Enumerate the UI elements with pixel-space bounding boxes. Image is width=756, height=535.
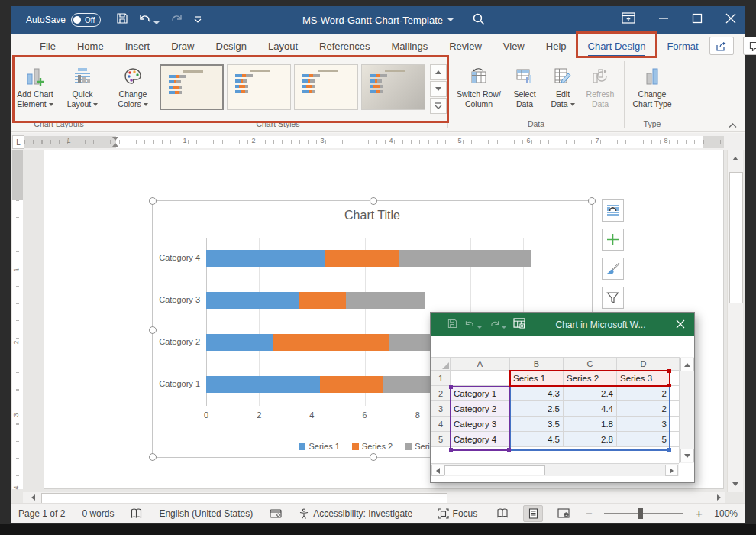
cell[interactable]: 2.8	[564, 432, 617, 447]
cell-stub[interactable]	[670, 386, 680, 401]
cell[interactable]: 2.4	[564, 386, 617, 401]
cell-stub[interactable]	[670, 417, 680, 432]
web-layout-button[interactable]	[554, 505, 573, 522]
row-header-3[interactable]: 3	[431, 401, 451, 417]
cell[interactable]: Series 3	[617, 371, 670, 386]
bar-category-4[interactable]	[206, 250, 531, 267]
scroll-left-button[interactable]	[431, 465, 444, 476]
column-header-c[interactable]: C	[564, 358, 617, 371]
excel-title-bar[interactable]: Chart in Microsoft W...	[431, 313, 694, 336]
resize-handle[interactable]	[149, 453, 157, 461]
chart-elements-button[interactable]	[602, 229, 624, 251]
tab-stop-selector[interactable]: L	[12, 135, 24, 149]
select-data-button[interactable]: Select Data	[505, 62, 544, 109]
print-layout-button[interactable]	[523, 505, 543, 522]
cell[interactable]: 1.8	[564, 417, 617, 432]
cell[interactable]: 2.5	[510, 401, 564, 417]
word-count[interactable]: 0 words	[82, 508, 114, 519]
autosave-toggle[interactable]: AutoSave Off	[26, 13, 101, 27]
cell[interactable]: Series 1	[510, 371, 564, 386]
document-title[interactable]: MS-Word-Gantt-Chart-Template	[302, 15, 443, 26]
excel-vertical-scrollbar[interactable]	[679, 357, 694, 463]
chart-filters-button[interactable]	[602, 287, 624, 309]
bar-category-3[interactable]	[206, 292, 425, 309]
scrollbar-thumb[interactable]	[444, 465, 545, 475]
focus-button[interactable]: Focus	[438, 508, 478, 519]
cell[interactable]: Category 1	[451, 386, 510, 401]
tab-insert[interactable]: Insert	[115, 35, 161, 57]
document-horizontal-scrollbar[interactable]	[23, 492, 725, 503]
accessibility-status[interactable]: Accessibility: Investigate	[299, 508, 412, 519]
cell-stub[interactable]	[670, 401, 680, 417]
excel-horizontal-scrollbar[interactable]	[431, 463, 679, 476]
tab-references[interactable]: References	[309, 35, 380, 57]
zoom-out-button[interactable]: −	[584, 507, 593, 520]
edit-in-excel-icon[interactable]	[513, 318, 525, 332]
column-header-d[interactable]: D	[617, 358, 670, 371]
proofing-icon[interactable]	[131, 508, 142, 519]
cell[interactable]: 3	[617, 417, 670, 432]
layout-options-button[interactable]	[602, 199, 624, 222]
chart-styles-button[interactable]	[602, 258, 624, 280]
row-header-2[interactable]: 2	[431, 386, 451, 401]
quick-layout-button[interactable]: Quick Layout	[60, 62, 105, 109]
collapse-ribbon-icon[interactable]	[725, 120, 739, 131]
gallery-scroll-down-button[interactable]	[430, 81, 447, 97]
tab-review[interactable]: Review	[438, 35, 493, 57]
chart-style-thumbnail[interactable]	[294, 64, 358, 110]
chart-title[interactable]: Chart Title	[153, 209, 592, 222]
row-header-5[interactable]: 5	[431, 432, 451, 447]
title-dropdown-icon[interactable]	[447, 18, 454, 21]
scroll-left-button[interactable]	[27, 493, 38, 502]
change-colors-button[interactable]: Change Colors	[111, 62, 155, 109]
tab-file[interactable]: File	[29, 35, 66, 57]
row-header-4[interactable]: 4	[431, 417, 451, 432]
tab-draw[interactable]: Draw	[160, 35, 205, 57]
select-all-corner[interactable]	[431, 358, 451, 371]
search-icon[interactable]	[472, 12, 486, 29]
tab-chart-design[interactable]: Chart Design	[577, 35, 657, 57]
vertical-ruler[interactable]: 1234	[12, 150, 23, 489]
column-header-b[interactable]: B	[510, 358, 564, 371]
cell-stub[interactable]	[670, 371, 680, 386]
zoom-level[interactable]: 100%	[714, 508, 738, 519]
add-chart-element-button[interactable]: Add Chart Element	[13, 62, 57, 109]
column-header-a[interactable]: A	[451, 358, 510, 371]
change-chart-type-button[interactable]: Change Chart Type	[628, 62, 676, 109]
tab-design[interactable]: Design	[205, 35, 257, 57]
tab-layout[interactable]: Layout	[257, 35, 309, 57]
range-handle[interactable]	[507, 448, 511, 452]
tab-help[interactable]: Help	[535, 35, 577, 57]
bar-category-1[interactable]	[206, 376, 436, 393]
chart-style-thumbnail[interactable]	[160, 64, 224, 110]
tab-format[interactable]: Format	[656, 35, 709, 57]
undo-icon[interactable]	[138, 13, 160, 28]
cell[interactable]: Category 2	[451, 401, 510, 417]
customize-qat-icon[interactable]	[193, 13, 202, 27]
resize-handle[interactable]	[370, 197, 377, 205]
range-handle[interactable]	[667, 448, 671, 452]
resize-handle[interactable]	[370, 453, 377, 461]
scrollbar-thumb[interactable]	[729, 172, 743, 303]
horizontal-ruler[interactable]: 1 12345678	[24, 136, 724, 148]
tab-home[interactable]: Home	[66, 35, 115, 57]
scroll-right-button[interactable]	[665, 465, 678, 476]
zoom-slider-thumb[interactable]	[638, 508, 643, 519]
macro-record-icon[interactable]	[270, 508, 282, 519]
save-icon[interactable]	[116, 12, 128, 28]
tab-view[interactable]: View	[493, 35, 535, 57]
gallery-more-button[interactable]	[430, 98, 447, 114]
zoom-slider[interactable]	[604, 513, 683, 514]
tab-mailings[interactable]: Mailings	[381, 35, 439, 57]
zoom-in-button[interactable]: +	[694, 507, 703, 520]
cell[interactable]: Category 4	[451, 432, 510, 447]
read-mode-button[interactable]	[493, 505, 512, 522]
scrollbar-thumb[interactable]	[41, 493, 447, 503]
document-vertical-scrollbar[interactable]	[727, 150, 743, 492]
cell[interactable]	[451, 371, 510, 386]
scroll-up-button[interactable]	[680, 358, 694, 371]
close-button[interactable]	[725, 13, 736, 27]
excel-data-window[interactable]: Chart in Microsoft W... ABCD1Series 1Ser…	[430, 312, 695, 483]
bar-category-2[interactable]	[206, 334, 441, 351]
cell[interactable]: 4.5	[510, 432, 564, 447]
